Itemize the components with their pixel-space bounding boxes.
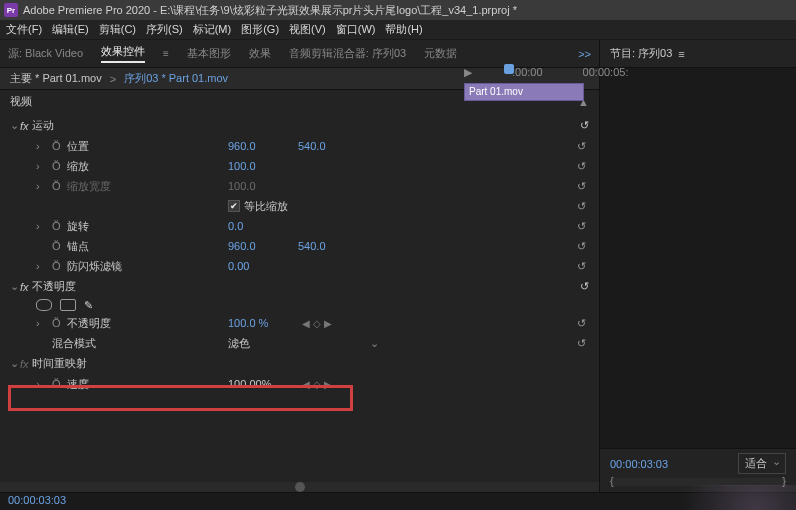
reset-button[interactable]: ↺ [573, 180, 589, 193]
menu-clip[interactable]: 剪辑(C) [99, 22, 136, 37]
tab-source[interactable]: 源: Black Video [8, 46, 83, 61]
stopwatch-icon: Ŏ [52, 180, 61, 192]
chevron-down-icon: ⌄ [370, 337, 379, 350]
in-bracket-icon[interactable]: { [610, 475, 614, 487]
video-section-label: 视频 [10, 94, 32, 109]
effect-controls-panel: 源: Black Video 效果控件 ≡ 基本图形 效果 音频剪辑混合器: 序… [0, 40, 600, 492]
keyframe-nav[interactable]: ◀ ◇ ▶ [302, 318, 332, 329]
panel-menu-icon[interactable]: ≡ [678, 48, 684, 60]
stopwatch-icon[interactable]: Ŏ [52, 220, 61, 232]
scale-width-value: 100.0 [228, 180, 298, 192]
row-antiflicker: ›Ŏ防闪烁滤镜 0.00 ↺ [0, 256, 599, 276]
program-timecode[interactable]: 00:00:03:03 [610, 458, 668, 470]
playhead-icon[interactable] [504, 64, 514, 74]
row-rotation: ›Ŏ旋转 0.0 ↺ [0, 216, 599, 236]
menu-edit[interactable]: 编辑(E) [52, 22, 89, 37]
row-anchor: Ŏ锚点 960.0 540.0 ↺ [0, 236, 599, 256]
row-speed: ›Ŏ速度 100.00% ◀ ◇ ▶ [0, 374, 599, 394]
menu-window[interactable]: 窗口(W) [336, 22, 376, 37]
anchor-x[interactable]: 960.0 [228, 240, 298, 252]
row-uniform-scale: ✔ 等比缩放 ↺ [0, 196, 599, 216]
uniform-scale-checkbox[interactable]: ✔ [228, 200, 240, 212]
row-opacity: ›Ŏ不透明度 100.0 % ◀ ◇ ▶ ↺ [0, 313, 599, 333]
reset-button[interactable]: ↺ [573, 260, 589, 273]
pen-mask-icon[interactable]: ✎ [84, 299, 100, 311]
reset-button[interactable]: ↺ [573, 220, 589, 233]
keyframe-nav[interactable]: ◀ ◇ ▶ [302, 379, 332, 390]
position-label: 位置 [67, 139, 89, 154]
rotation-value[interactable]: 0.0 [228, 220, 298, 232]
mini-timeline-t0: :00:00 [512, 66, 543, 79]
breadcrumb-separator: > [110, 73, 116, 85]
caret-down-icon: ⌄ [10, 280, 20, 293]
menu-view[interactable]: 视图(V) [289, 22, 326, 37]
mini-timeline-t1: 00:00:05: [583, 66, 629, 79]
opacity-value[interactable]: 100.0 % [228, 317, 298, 329]
mini-timeline-clip[interactable]: Part 01.mov [464, 83, 584, 101]
stopwatch-icon[interactable]: Ŏ [52, 378, 61, 390]
scale-value[interactable]: 100.0 [228, 160, 298, 172]
status-timecode: 00:00:03:03 [8, 494, 66, 506]
zoom-fit-dropdown[interactable]: 适合 [738, 453, 786, 474]
rectangle-mask-icon[interactable] [60, 299, 76, 311]
menu-file[interactable]: 文件(F) [6, 22, 42, 37]
stopwatch-icon[interactable]: Ŏ [52, 317, 61, 329]
program-header: 节目: 序列03 ≡ [600, 40, 796, 68]
tab-metadata[interactable]: 元数据 [424, 46, 457, 61]
menu-markers[interactable]: 标记(M) [193, 22, 232, 37]
fx-badge-icon: fx [20, 281, 29, 293]
panel-menu-icon[interactable]: ≡ [163, 48, 169, 59]
antiflicker-label: 防闪烁滤镜 [67, 259, 122, 274]
reset-button[interactable]: ↺ [573, 160, 589, 173]
effect-list: ⌄ fx 运动 ↺ ›Ŏ位置 960.0 540.0 ↺ ›Ŏ缩放 100.0 … [0, 113, 599, 482]
rotation-label: 旋转 [67, 219, 89, 234]
stopwatch-icon[interactable]: Ŏ [52, 160, 61, 172]
mini-timeline-caret-icon: ▶ [464, 66, 472, 79]
reset-button[interactable]: ↺ [580, 119, 589, 132]
reset-button[interactable]: ↺ [573, 140, 589, 153]
breadcrumb-sequence[interactable]: 序列03 * Part 01.mov [124, 71, 228, 86]
uniform-scale-label: 等比缩放 [244, 199, 288, 214]
reset-button[interactable]: ↺ [580, 280, 589, 293]
reset-button[interactable]: ↺ [573, 317, 589, 330]
blend-mode-dropdown[interactable]: 滤色 ⌄ [228, 336, 379, 351]
blend-mode-value: 滤色 [228, 336, 250, 351]
position-y[interactable]: 540.0 [298, 140, 326, 152]
fx-badge-icon: fx [20, 358, 29, 370]
fx-timeremap-header[interactable]: ⌄ fx 时间重映射 [0, 353, 599, 374]
menu-sequence[interactable]: 序列(S) [146, 22, 183, 37]
speed-value[interactable]: 100.00% [228, 378, 298, 390]
stopwatch-icon[interactable]: Ŏ [52, 240, 61, 252]
menu-bar: 文件(F) 编辑(E) 剪辑(C) 序列(S) 标记(M) 图形(G) 视图(V… [0, 20, 796, 40]
reset-button[interactable]: ↺ [573, 200, 589, 213]
fx-opacity-title: 不透明度 [32, 279, 76, 294]
antiflicker-value[interactable]: 0.00 [228, 260, 298, 272]
stopwatch-icon[interactable]: Ŏ [52, 140, 61, 152]
scroll-thumb[interactable] [295, 482, 305, 492]
row-scale: ›Ŏ缩放 100.0 ↺ [0, 156, 599, 176]
tab-effects[interactable]: 效果 [249, 46, 271, 61]
caret-down-icon: ⌄ [10, 119, 20, 132]
tab-basic-graphics[interactable]: 基本图形 [187, 46, 231, 61]
fx-motion-header[interactable]: ⌄ fx 运动 ↺ [0, 115, 599, 136]
breadcrumb-master[interactable]: 主要 * Part 01.mov [10, 71, 102, 86]
position-x[interactable]: 960.0 [228, 140, 298, 152]
reset-button[interactable]: ↺ [573, 337, 589, 350]
tab-audio-mixer[interactable]: 音频剪辑混合器: 序列03 [289, 46, 406, 61]
fx-opacity-header[interactable]: ⌄ fx 不透明度 ↺ [0, 276, 599, 297]
tab-effect-controls[interactable]: 效果控件 [101, 44, 145, 63]
mini-timeline[interactable]: ▶ :00:00 00:00:05: Part 01.mov [464, 66, 592, 106]
app-icon: Pr [4, 3, 18, 17]
tabs-overflow[interactable]: >> [578, 48, 591, 60]
program-monitor-panel: 节目: 序列03 ≡ 00:00:03:03 适合 { } [600, 40, 796, 492]
anchor-y[interactable]: 540.0 [298, 240, 326, 252]
ellipse-mask-icon[interactable] [36, 299, 52, 311]
menu-graphics[interactable]: 图形(G) [241, 22, 279, 37]
menu-help[interactable]: 帮助(H) [385, 22, 422, 37]
horizontal-scrollbar[interactable] [0, 482, 599, 492]
program-monitor-viewport[interactable] [600, 68, 796, 448]
stopwatch-icon[interactable]: Ŏ [52, 260, 61, 272]
row-blend-mode: 混合模式 滤色 ⌄ ↺ [0, 333, 599, 353]
reset-button[interactable]: ↺ [573, 240, 589, 253]
title-bar: Pr Adobe Premiere Pro 2020 - E:\课程\任务\9\… [0, 0, 796, 20]
